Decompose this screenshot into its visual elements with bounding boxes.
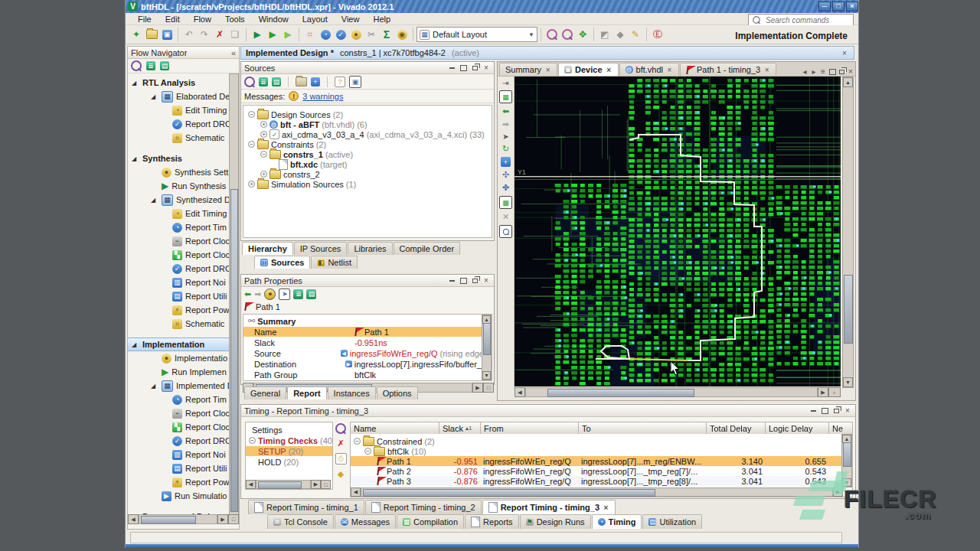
close-panel-icon[interactable]: × — [846, 67, 855, 76]
save-icon[interactable]: ▣ — [160, 28, 174, 41]
tab-instances[interactable]: Instances — [328, 386, 376, 399]
select-cursor-icon[interactable]: ➤ — [501, 132, 511, 141]
edit-tools-icon[interactable]: ✂ — [364, 28, 378, 41]
delete-icon[interactable]: ✗ — [213, 28, 227, 41]
collapse-all-icon[interactable]: ▤ — [272, 77, 281, 86]
tree-item-design-sources[interactable]: −Design Sources (2) — [248, 109, 343, 119]
layout-selector[interactable]: ▦ Default Layout ▼ — [416, 27, 537, 42]
timing-tree-timing-checks[interactable]: −Timing Checks (40 — [249, 435, 332, 445]
delete-report-icon[interactable]: ✗ — [337, 439, 344, 448]
timing-table-hscrollbar[interactable]: ◀ ▶ — [351, 487, 843, 497]
zoom-in-icon[interactable] — [545, 28, 559, 41]
timing-table-vscrollbar[interactable]: ▲▼ — [841, 434, 852, 487]
timing-tree-hscrollbar[interactable]: ◀ ▶ □ — [246, 480, 331, 489]
menu-view[interactable]: View — [335, 14, 366, 24]
tab-design-runs[interactable]: ⚑Design Runs — [520, 514, 591, 529]
menu-flow[interactable]: Flow — [188, 14, 217, 24]
timing-tree-hold[interactable]: HOLD (20) — [258, 457, 299, 467]
tab-compile-order[interactable]: Compile Order — [394, 242, 461, 255]
flow-options-icon[interactable]: ▤ — [160, 61, 169, 70]
tab-timing[interactable]: ◔Timing — [592, 514, 642, 529]
unroute-icon[interactable]: ✤ — [502, 183, 509, 193]
flow-item-report-noise[interactable]: ▥Report Noi — [128, 276, 239, 289]
tree-item-simulation-sources[interactable]: +Simulation Sources (1) — [248, 179, 356, 189]
flow-item-report-clock-networks-2[interactable]: ⌁Report Cloc — [128, 406, 239, 420]
summary-row-path-group[interactable]: Path GroupbftClk — [254, 370, 484, 380]
report-drc-icon[interactable]: ✓ — [334, 28, 348, 41]
dashboard-icon[interactable]: ◩ — [598, 28, 612, 41]
tab-report-timing-3[interactable]: Report Timing - timing_3× — [482, 500, 616, 514]
flow-item-report-drc[interactable]: ✓Report DRC — [128, 117, 239, 131]
expand-icon[interactable]: ≣ — [293, 289, 303, 299]
run-icon[interactable]: ▶ — [266, 28, 279, 41]
constraints-icon[interactable]: ⌗ — [303, 28, 317, 41]
zoom-fit-icon[interactable]: ✥ — [576, 28, 590, 41]
flow-item-report-utilization[interactable]: ▤Report Utili — [128, 289, 239, 303]
flow-search-icon[interactable] — [131, 60, 142, 71]
tree-item-bft[interactable]: +◍bft - aBFT (bft.vhdl) (6) — [260, 119, 368, 129]
route-icon[interactable]: ✣ — [502, 170, 509, 180]
tab-tcl-console[interactable]: ≋Tcl Console — [267, 514, 334, 529]
float-panel-icon[interactable] — [470, 276, 479, 285]
close-tab-icon[interactable]: × — [544, 66, 551, 74]
flow-item-edit-timing-2[interactable]: ◔Edit Timing — [128, 207, 239, 220]
timing-search-icon[interactable] — [335, 423, 346, 434]
close-panel-icon[interactable]: × — [482, 64, 491, 72]
report-timing-icon[interactable]: ◔ — [318, 28, 332, 41]
flow-item-schematic-2[interactable]: ⌗Schematic — [128, 317, 239, 331]
col-from[interactable]: From — [481, 422, 579, 434]
title-bar[interactable]: V bftHDL - [/scratch/vProjects/bftHDL/bf… — [126, 0, 858, 13]
minimize-panel-icon[interactable] — [447, 64, 456, 72]
flow-item-report-power-2[interactable]: ⚡Report Pow — [128, 475, 239, 489]
flow-item-run-synthesis[interactable]: ▶Run Synthesis — [128, 179, 239, 193]
flow-item-report-power[interactable]: ⚡Report Pow — [128, 303, 239, 317]
close-panel-icon[interactable]: × — [482, 276, 491, 285]
close-tab-icon[interactable]: × — [606, 66, 612, 74]
flow-item-synthesis-settings[interactable]: ●Synthesis Sett — [128, 165, 239, 179]
tab-list-icon[interactable]: ≡ — [818, 67, 828, 76]
flow-item-report-noise-2[interactable]: ▥Report Noi — [128, 448, 239, 461]
maximize-panel-icon[interactable] — [828, 67, 837, 76]
world-view-icon[interactable]: ⌕ — [828, 387, 841, 397]
forward-icon[interactable]: ➡ — [254, 289, 261, 299]
undo-icon[interactable]: ↶ — [182, 28, 196, 41]
flow-item-report-clock-networks[interactable]: ⌁Report Cloc — [128, 234, 239, 248]
run-elaboration-icon[interactable]: ▶ — [250, 28, 264, 41]
flow-item-report-utilization-2[interactable]: ▤Report Utili — [128, 461, 239, 475]
summary-vscrollbar[interactable]: ▲▼ — [482, 315, 492, 380]
summary-row-slack[interactable]: Slack-0.951ns — [254, 337, 484, 347]
add-net-icon[interactable]: + — [501, 157, 511, 167]
device-hscrollbar[interactable]: ◀ ▶ ⌕ — [514, 387, 841, 397]
summary-row-destination[interactable]: Destination►ingressLoop[7].ingressFifo/b… — [254, 359, 484, 369]
flow-item-elaborated-design[interactable]: ◢▦Elaborated De — [128, 90, 239, 103]
flow-item-report-drc-3[interactable]: ✓Report DRC — [128, 434, 239, 448]
tab-hierarchy[interactable]: Hierarchy — [242, 242, 293, 255]
open-project-icon[interactable] — [145, 28, 158, 41]
flow-item-synthesized-design[interactable]: ◢▦Synthesized D — [128, 193, 239, 207]
close-tab-icon[interactable]: × — [666, 66, 673, 74]
zoom-out-icon[interactable] — [560, 28, 574, 41]
flow-item-synthesis[interactable]: ◢Synthesis — [128, 152, 239, 165]
editor-close-icon[interactable]: × — [840, 49, 849, 57]
timing-tree-settings[interactable]: Settings — [252, 425, 283, 435]
timing-row-path3[interactable]: Path 3 -0.876 ingressFifoWrEn_reg/Q ingr… — [351, 476, 852, 486]
select-mode-icon[interactable]: ➤ — [279, 289, 290, 300]
col-net-delay[interactable]: Ne — [829, 422, 852, 434]
maximize-panel-icon[interactable] — [820, 406, 829, 415]
tab-netlist[interactable]: ◧Netlist — [311, 256, 358, 269]
col-total-delay[interactable]: Total Delay — [707, 422, 766, 434]
properties-icon[interactable]: ● — [264, 289, 276, 300]
tree-item-bft-xdc[interactable]: bft.xdc (target) — [279, 159, 348, 169]
debug-icon[interactable]: ◉ — [395, 28, 409, 41]
timing-row-path2[interactable]: Path 2 -0.876 ingressFifoWrEn_reg/Q ingr… — [351, 466, 852, 476]
flow-item-run-simulation[interactable]: ▶Run Simulatio — [128, 489, 239, 503]
flow-navigator-vscrollbar[interactable] — [229, 73, 239, 515]
tab-general[interactable]: General — [244, 386, 286, 399]
refresh-icon[interactable]: ↻ — [502, 144, 509, 154]
flow-item-implementation-settings[interactable]: ●Implementatio — [128, 351, 239, 365]
device-canvas[interactable] — [514, 77, 841, 386]
flow-item-report-clock-interaction-2[interactable]: ▚Report Cloc — [128, 420, 239, 434]
tab-scroll-left-icon[interactable]: ◂ — [800, 67, 809, 76]
tcl-hint-icon[interactable]: Ⓔ — [651, 28, 665, 41]
maximize-panel-icon[interactable] — [459, 276, 468, 285]
